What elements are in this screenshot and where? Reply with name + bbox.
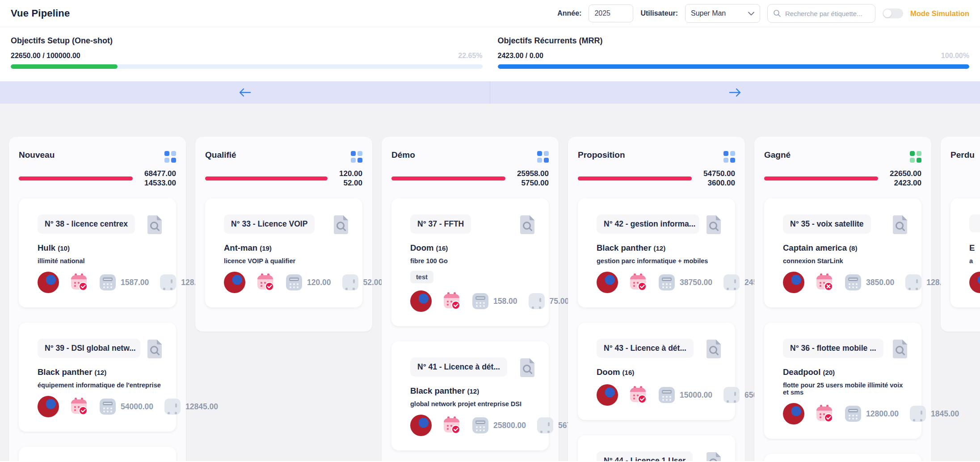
objective-title: Objectifs Récurrents (MRR) xyxy=(498,36,970,46)
deal-ref-chip[interactable]: N° 41 - Licence à dét... xyxy=(410,357,507,377)
calendar-icon[interactable] xyxy=(815,404,834,423)
chevron-down-icon xyxy=(748,12,754,16)
kanban-column: Nouveau 68477.00 14533.00 N° 38 - licenc… xyxy=(9,137,186,461)
calendar-icon[interactable] xyxy=(70,397,88,416)
file-search-icon[interactable] xyxy=(332,214,350,235)
calendar-icon[interactable] xyxy=(629,386,648,404)
grid-dot xyxy=(730,158,735,163)
company-count: (20) xyxy=(823,369,835,376)
deal-ref-chip[interactable]: N° 43 - Licence à dét... xyxy=(597,339,694,358)
column-grid-icon[interactable] xyxy=(164,151,176,163)
calendar-icon[interactable] xyxy=(442,416,461,435)
file-search-icon[interactable] xyxy=(705,214,723,235)
column-total-setup: 25958.00 xyxy=(517,169,549,178)
search-input[interactable] xyxy=(785,10,870,17)
grid-dot xyxy=(917,158,921,163)
column-total-mrr: 2423.00 xyxy=(890,178,921,188)
simulation-toggle[interactable] xyxy=(883,8,903,18)
deal-ref-chip[interactable] xyxy=(969,214,980,232)
file-search-icon[interactable] xyxy=(146,339,164,359)
company-name: Black panther (12) xyxy=(597,243,723,253)
file-search-icon[interactable] xyxy=(146,214,164,235)
progress-track xyxy=(498,64,970,69)
setup-amount: 54000.00 xyxy=(121,402,153,412)
mrr-amount-pair: 1845.00 xyxy=(909,405,959,422)
deal-card[interactable]: N° 36 - flottee mobile ... Deadpool (20)… xyxy=(764,323,921,439)
file-search-icon[interactable] xyxy=(518,214,536,235)
grid-dot xyxy=(917,151,921,156)
calendar-icon[interactable] xyxy=(70,273,88,292)
deal-card[interactable]: N° 37 - FFTH Doom (16)fibre 100 Gotest xyxy=(391,198,549,326)
user-select[interactable]: Super Man xyxy=(685,4,760,23)
column-grid-icon[interactable] xyxy=(537,151,549,163)
deal-ref-chip[interactable]: N° 36 - flottee mobile ... xyxy=(783,339,883,358)
deal-card[interactable]: N° 41 - Licence à dét... Black panther (… xyxy=(391,341,549,450)
deal-ref-chip[interactable]: N° 44 - Licence 1 User xyxy=(597,451,693,461)
company-count: (19) xyxy=(260,244,272,252)
company-name: Black panther (12) xyxy=(410,386,536,396)
deal-card[interactable]: N° 33 - Licence VOIP Ant-man (19)licence… xyxy=(205,198,362,307)
deal-card[interactable]: N° 42 - gestion informa... Black panther… xyxy=(578,198,735,307)
file-search-icon[interactable] xyxy=(891,214,909,235)
kanban-column: Démo 25958.00 5750.00 N° 37 - FFTH Doom … xyxy=(382,137,559,461)
deal-ref-chip[interactable]: N° 39 - DSI global netw... xyxy=(38,339,140,358)
file-search-icon[interactable] xyxy=(518,357,536,378)
deal-card[interactable]: N° 35 - voix satellite Captain america (… xyxy=(764,198,921,307)
recurring-icon xyxy=(164,398,181,415)
deal-card[interactable]: N° 43 - Licence à dét... Doom (16) xyxy=(578,323,735,420)
deal-card[interactable]: N° 44 - Licence 1 User SYSTHEN xyxy=(578,435,735,461)
deal-ref-chip[interactable]: N° 37 - FFTH xyxy=(410,214,471,234)
deal-ref-chip[interactable]: N° 38 - licence centrex xyxy=(38,214,135,234)
card-footer: 25800.00 5675.00 xyxy=(410,415,536,436)
objective-amounts: 22650.00 / 100000.00 xyxy=(11,52,80,60)
deal-ref-chip[interactable]: N° 42 - gestion informa... xyxy=(597,214,699,234)
pager-next[interactable] xyxy=(490,81,980,104)
grid-dot xyxy=(164,158,169,163)
deal-tag[interactable]: test xyxy=(410,271,433,283)
column-stats: 54750.00 3600.00 xyxy=(578,169,735,188)
file-search-icon[interactable] xyxy=(891,339,909,359)
grid-dot xyxy=(171,158,176,163)
grid-dot xyxy=(537,158,542,163)
calendar-icon[interactable] xyxy=(256,273,275,292)
company-name: Ant-man (19) xyxy=(224,243,350,253)
deal-card[interactable]: N° 45 - Nouveau Syndic xyxy=(764,454,921,461)
file-search-icon[interactable] xyxy=(705,451,723,461)
deal-card[interactable]: N° 38 - licence centrex Hulk (10)illimit… xyxy=(19,198,176,307)
column-stats: 120.00 52.00 xyxy=(205,169,362,188)
deal-ref-chip[interactable]: N° 35 - voix satellite xyxy=(783,214,871,234)
deal-card[interactable]: E a xyxy=(951,198,980,307)
recurring-icon xyxy=(723,274,740,291)
kanban-board: Nouveau 68477.00 14533.00 N° 38 - licenc… xyxy=(0,104,980,461)
grid-dot xyxy=(544,151,549,156)
deal-card[interactable]: N° 40 - abonnement glob... xyxy=(19,447,176,461)
grid-dot xyxy=(544,158,549,163)
pager-previous[interactable] xyxy=(0,81,490,104)
file-search-icon[interactable] xyxy=(705,339,723,359)
year-input[interactable] xyxy=(589,4,633,22)
page-title: Vue Pipeline xyxy=(11,8,70,19)
calendar-icon[interactable] xyxy=(815,273,834,292)
column-total-mrr: 52.00 xyxy=(339,178,362,188)
setup-amount-pair: 54000.00 xyxy=(99,398,153,415)
recurring-icon xyxy=(537,417,554,434)
objective-mrr: Objectifs Récurrents (MRR) 2423.00 / 0.0… xyxy=(498,36,970,69)
column-title: Proposition xyxy=(578,150,625,160)
deal-ref-chip[interactable]: N° 33 - Licence VOIP xyxy=(224,214,315,234)
column-total-setup: 54750.00 xyxy=(703,169,735,178)
recurring-icon xyxy=(528,293,545,310)
search-box[interactable] xyxy=(767,4,875,23)
column-bar xyxy=(391,176,505,181)
column-grid-icon[interactable] xyxy=(910,151,921,163)
calendar-icon[interactable] xyxy=(629,273,648,292)
company-count: (12) xyxy=(467,387,479,395)
column-grid-icon[interactable] xyxy=(351,151,362,163)
calendar-icon[interactable] xyxy=(442,292,461,311)
search-icon xyxy=(773,9,781,17)
tag-row: test xyxy=(410,271,536,283)
column-grid-icon[interactable] xyxy=(723,151,735,163)
grid-dot xyxy=(910,158,915,163)
grid-dot xyxy=(723,151,728,156)
setup-amount: 38750.00 xyxy=(680,278,712,287)
deal-card[interactable]: N° 39 - DSI global netw... Black panther… xyxy=(19,323,176,432)
